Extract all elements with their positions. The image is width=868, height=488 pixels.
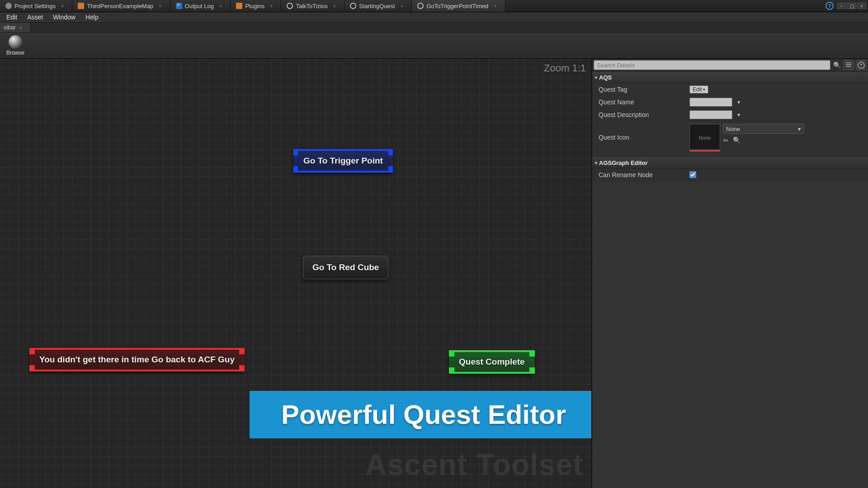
graph-edges: [0, 59, 136, 127]
search-icon[interactable]: 🔍: [832, 61, 841, 70]
menu-window[interactable]: Window: [48, 13, 80, 22]
marketing-banner: Powerful Quest Editor: [250, 391, 591, 438]
category-aqs[interactable]: ▾AQS: [592, 72, 868, 83]
close-icon[interactable]: ×: [270, 3, 273, 9]
node-root[interactable]: Go To Trigger Point: [294, 149, 392, 173]
eye-icon: [858, 61, 865, 69]
menu-asset[interactable]: Asset: [23, 13, 47, 22]
search-details-input[interactable]: [594, 60, 830, 70]
node-fail-label: You didn't get there in time Go back to …: [30, 348, 244, 371]
browse-asset-icon[interactable]: 🔍: [733, 136, 741, 144]
toolbar-tabrow: olbar×: [0, 23, 868, 33]
quest-icon-thumbnail[interactable]: None: [689, 124, 720, 152]
terminal-icon: [176, 3, 182, 9]
label-quest-description: Quest Description: [592, 111, 689, 118]
details-panel: 🔍 ▾AQS Quest Tag Edit▾ Quest Name ▾ Ques…: [592, 59, 868, 488]
close-window-button[interactable]: ×: [857, 3, 866, 9]
close-icon[interactable]: ×: [159, 3, 161, 9]
caret-down-icon: ▾: [703, 87, 705, 92]
quest-description-field[interactable]: [689, 110, 732, 119]
sphere-icon: [9, 35, 22, 49]
node-root-label: Go To Trigger Point: [294, 150, 392, 172]
window-tabstrip: Project Settings× ThirdPersonExampleMap×…: [0, 0, 868, 12]
node-success[interactable]: Quest Complete: [449, 350, 534, 374]
tab-startingquest[interactable]: StartingQuest×: [344, 0, 412, 12]
tab-example-map[interactable]: ThirdPersonExampleMap×: [72, 0, 170, 12]
close-icon[interactable]: ×: [401, 3, 403, 9]
graph-watermark: Ascent Toolset: [365, 447, 583, 482]
maximize-button[interactable]: ▢: [847, 3, 856, 9]
gear-icon: [5, 3, 12, 9]
help-icon[interactable]: ?: [826, 2, 834, 10]
minimize-button[interactable]: −: [837, 3, 846, 9]
ring-icon: [287, 3, 293, 9]
close-icon[interactable]: ×: [61, 3, 64, 9]
caret-down-icon[interactable]: ▾: [735, 99, 742, 106]
quest-tag-edit-button[interactable]: Edit▾: [689, 85, 708, 94]
tab-project-settings[interactable]: Project Settings×: [0, 0, 72, 12]
tab-output-log[interactable]: Output Log×: [170, 0, 231, 12]
cube-icon: [78, 3, 84, 9]
caret-down-icon: ▾: [595, 160, 597, 165]
close-icon[interactable]: ×: [494, 3, 496, 9]
quest-graph[interactable]: Zoom 1:1 Go To Trigger Point Go To Red C…: [0, 59, 592, 488]
node-mid[interactable]: Go To Red Cube: [303, 256, 388, 279]
caret-down-icon: ▾: [798, 126, 801, 132]
visibility-button[interactable]: [856, 60, 867, 70]
grid-view-button[interactable]: [843, 60, 854, 70]
browse-label: Browse: [6, 50, 24, 56]
label-can-rename-node: Can Rename Node: [592, 171, 689, 178]
node-fail[interactable]: You didn't get there in time Go back to …: [30, 348, 244, 371]
plug-icon: [236, 3, 242, 9]
caret-down-icon: ▾: [595, 75, 597, 80]
close-icon[interactable]: ×: [333, 3, 336, 9]
menu-edit[interactable]: Edit: [2, 13, 22, 22]
quest-icon-asset-dropdown[interactable]: None▾: [723, 124, 804, 134]
quest-name-field[interactable]: [689, 98, 732, 107]
tab-talktotizios[interactable]: TalkToTizios×: [281, 0, 344, 12]
browse-button[interactable]: Browse: [4, 34, 27, 57]
use-selected-icon[interactable]: ⇦: [723, 136, 728, 144]
ring-icon: [350, 3, 356, 9]
ring-icon: [417, 3, 424, 9]
window-controls: ? − ▢ ×: [826, 0, 868, 12]
toolbar: Browse: [0, 33, 868, 59]
caret-down-icon[interactable]: ▾: [735, 111, 742, 118]
menubar: Edit Asset Window Help: [0, 12, 868, 23]
node-mid-label: Go To Red Cube: [303, 256, 388, 279]
category-agsgraph-editor[interactable]: ▾AGSGraph Editor: [592, 157, 868, 169]
can-rename-node-checkbox[interactable]: [689, 171, 696, 178]
label-quest-tag: Quest Tag: [592, 86, 689, 93]
node-success-label: Quest Complete: [450, 351, 534, 373]
zoom-indicator: Zoom 1:1: [544, 62, 586, 74]
toolbar-panel-tab[interactable]: olbar×: [0, 23, 31, 32]
close-icon[interactable]: ×: [19, 25, 22, 30]
label-quest-name: Quest Name: [592, 99, 689, 106]
label-quest-icon: Quest Icon: [592, 123, 689, 141]
close-icon[interactable]: ×: [219, 3, 222, 9]
tab-plugins[interactable]: Plugins×: [231, 0, 281, 12]
menu-help[interactable]: Help: [81, 13, 103, 22]
tab-gototriggerpointtimed[interactable]: GoToTriggerPointTimed×: [412, 0, 505, 12]
